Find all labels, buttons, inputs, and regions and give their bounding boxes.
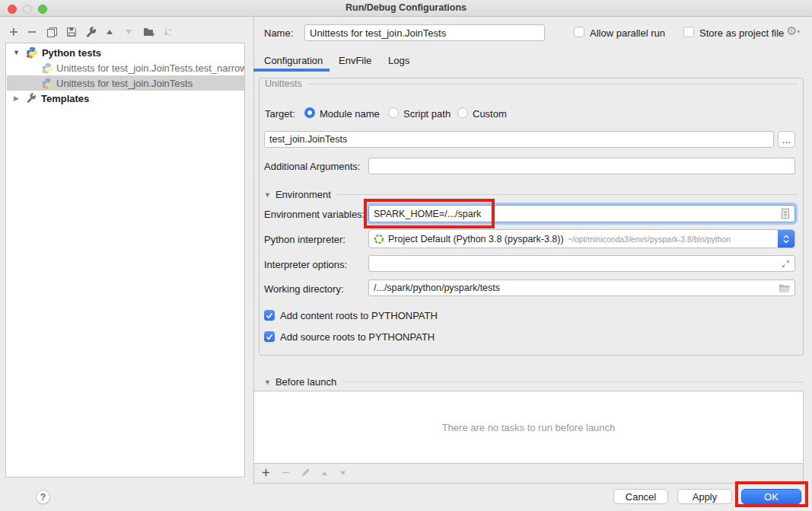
move-down-button[interactable] <box>122 25 135 39</box>
name-label: Name: <box>264 27 293 39</box>
tree-item-templates[interactable]: ▶ Templates <box>7 91 244 106</box>
before-launch-panel: There are no tasks to run before launch <box>253 391 804 484</box>
add-configuration-button[interactable] <box>7 25 21 39</box>
radio-custom[interactable] <box>457 107 468 118</box>
edit-templates-button[interactable] <box>84 25 97 39</box>
add-source-roots-label: Add source roots to PYTHONPATH <box>280 331 435 343</box>
save-configuration-button[interactable] <box>65 25 78 39</box>
interpreter-options-input[interactable] <box>368 255 795 272</box>
store-as-project-file-checkbox[interactable] <box>683 27 694 37</box>
environment-variables-label: Environment variables: <box>264 209 365 220</box>
add-icon <box>8 27 19 37</box>
add-source-roots-checkbox[interactable] <box>264 331 275 342</box>
move-up-icon <box>320 469 329 477</box>
help-question-icon: ? <box>40 492 46 503</box>
tree-item-label: Python tests <box>42 47 101 59</box>
python-interpreter-label: Python interpreter: <box>264 234 345 245</box>
apply-button[interactable]: Apply <box>677 489 732 504</box>
working-directory-input[interactable] <box>368 279 795 296</box>
radio-module-name-label: Module name <box>320 108 380 120</box>
remove-icon <box>27 27 37 37</box>
close-window-button[interactable] <box>8 5 17 14</box>
add-task-button[interactable] <box>261 467 271 481</box>
svg-text:z: z <box>169 33 171 37</box>
copy-icon <box>46 27 58 38</box>
tab-logs[interactable]: Logs <box>388 55 409 66</box>
add-content-roots-label: Add content roots to PYTHONPATH <box>280 310 438 321</box>
check-icon <box>266 334 273 340</box>
collapse-triangle-icon[interactable]: ▼ <box>264 191 271 199</box>
ok-button[interactable]: OK <box>741 489 801 504</box>
empty-tasks-text: There are no tasks to run before launch <box>442 422 616 433</box>
chevron-up-down-icon <box>782 234 790 244</box>
conda-env-icon <box>374 234 384 244</box>
collapse-triangle-icon[interactable]: ▼ <box>264 378 271 386</box>
sort-alpha-icon: az <box>163 27 174 37</box>
move-task-down-button[interactable] <box>339 467 347 481</box>
environment-section-header[interactable]: ▼ Environment <box>264 189 798 200</box>
run-debug-configurations-dialog: Run/Debug Configurations az ▼ <box>0 0 812 511</box>
edit-task-button[interactable] <box>301 467 310 481</box>
sort-configurations-button[interactable]: az <box>161 25 175 39</box>
new-folder-icon <box>143 27 155 37</box>
unittests-group-header: Unittests <box>265 78 798 89</box>
python-tests-icon <box>26 46 38 59</box>
remove-configuration-button[interactable] <box>25 25 39 39</box>
titlebar: Run/Debug Configurations <box>0 0 812 17</box>
tree-item-unittests-narrow[interactable]: Unittests for test_join.JoinTests.test_n… <box>7 60 244 75</box>
window-title: Run/Debug Configurations <box>0 0 812 16</box>
separator-line <box>342 382 803 382</box>
move-task-up-button[interactable] <box>320 467 329 481</box>
target-module-input[interactable] <box>264 131 774 148</box>
additional-arguments-input[interactable] <box>368 158 795 174</box>
python-test-config-icon <box>42 62 53 74</box>
active-tab-underline <box>253 69 330 72</box>
environment-variables-input[interactable] <box>368 205 795 222</box>
combo-stepper-button[interactable] <box>778 230 794 248</box>
name-input[interactable] <box>304 24 545 41</box>
working-directory-label: Working directory: <box>264 283 344 295</box>
python-interpreter-combobox[interactable]: Project Default (Python 3.8 (pyspark-3.8… <box>368 229 795 248</box>
remove-task-button[interactable] <box>281 467 291 481</box>
cancel-button[interactable]: Cancel <box>613 489 668 504</box>
edit-defaults-wrench-icon <box>85 27 97 38</box>
remove-icon <box>281 468 291 477</box>
save-icon <box>66 27 77 37</box>
before-launch-label: Before launch <box>275 376 336 388</box>
radio-script-path[interactable] <box>388 107 399 118</box>
allow-parallel-run-checkbox[interactable] <box>574 27 584 37</box>
minimize-window-button[interactable] <box>23 5 32 14</box>
tree-item-unittests-jointests-selected[interactable]: Unittests for test_join.JoinTests <box>7 75 244 91</box>
before-launch-header[interactable]: ▼ Before launch <box>264 376 803 388</box>
interpreter-path: ~/opt/miniconda3/envs/pyspark-3.8/bin/py… <box>568 235 731 244</box>
tab-configuration[interactable]: Configuration <box>264 55 323 66</box>
move-down-icon <box>339 469 347 477</box>
add-content-roots-checkbox[interactable] <box>264 310 275 321</box>
tree-item-label: Unittests for test_join.JoinTests <box>56 78 193 89</box>
expand-field-icon[interactable] <box>781 258 791 272</box>
browse-module-button[interactable]: ... <box>778 131 795 148</box>
tab-envfile[interactable]: EnvFile <box>339 55 371 66</box>
radio-custom-label: Custom <box>473 108 507 120</box>
folder-browse-icon[interactable] <box>779 283 791 296</box>
before-launch-toolbar <box>254 463 803 483</box>
radio-module-name[interactable] <box>304 107 315 118</box>
separator-line <box>337 194 798 195</box>
help-button[interactable]: ? <box>36 490 50 504</box>
tree-item-python-tests[interactable]: ▼ Python tests <box>7 45 244 60</box>
check-icon <box>266 312 273 319</box>
move-up-button[interactable] <box>103 25 116 39</box>
interpreter-value: Project Default (Python 3.8 (pyspark-3.8… <box>388 234 564 244</box>
browse-env-variables-icon[interactable] <box>781 208 790 222</box>
store-as-project-file-label: Store as project file <box>699 27 784 39</box>
gear-icon[interactable]: ⚙▾ <box>786 24 800 38</box>
collapse-triangle-icon[interactable]: ▼ <box>13 49 20 56</box>
create-folder-button[interactable] <box>142 25 156 39</box>
radio-script-path-label: Script path <box>403 108 451 120</box>
zoom-window-button[interactable] <box>38 5 47 14</box>
allow-parallel-run-label: Allow parallel run <box>590 27 665 39</box>
edit-pencil-icon <box>301 468 310 477</box>
expand-triangle-icon[interactable]: ▶ <box>14 94 19 102</box>
copy-configuration-button[interactable] <box>45 25 59 39</box>
before-launch-task-list[interactable]: There are no tasks to run before launch <box>254 391 803 463</box>
